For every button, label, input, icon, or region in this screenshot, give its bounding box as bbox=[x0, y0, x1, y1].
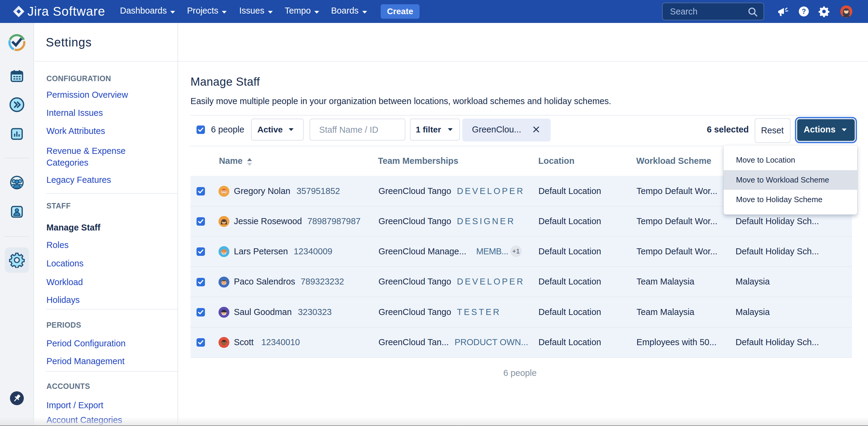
svg-text:?: ? bbox=[802, 7, 806, 16]
